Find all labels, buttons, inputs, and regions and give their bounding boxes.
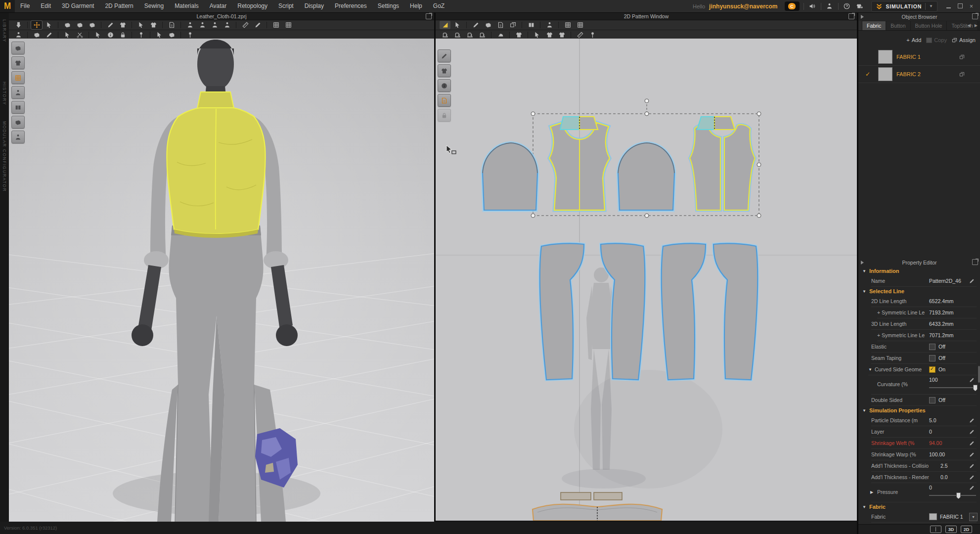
polygon-tool[interactable] [483, 21, 493, 29]
curvature-slider[interactable] [929, 387, 976, 388]
sound-button[interactable] [808, 2, 817, 11]
3d-view-button[interactable]: 3D [945, 526, 957, 533]
profile-button[interactable] [825, 2, 834, 11]
export-snapshot-tool[interactable] [166, 21, 177, 29]
rectangle-tool[interactable] [495, 21, 506, 29]
wrench-icon[interactable] [969, 429, 975, 435]
pattern-piece-waistband-right[interactable] [594, 492, 622, 500]
split-view-button[interactable] [930, 526, 941, 533]
hide-pattern-tool[interactable] [544, 31, 555, 39]
render-style-button[interactable] [11, 42, 25, 54]
wind-grid-tool[interactable] [270, 21, 281, 29]
activate-pattern-tool[interactable] [556, 31, 567, 39]
tab-fabric[interactable]: Fabric [862, 21, 886, 30]
popout-icon[interactable] [972, 13, 978, 19]
fabric-swatch[interactable] [878, 67, 892, 81]
button-tool[interactable] [105, 31, 116, 39]
avatar-measure-tool[interactable] [222, 21, 232, 29]
project-tab[interactable]: Leather_Cloth-01.zprj [197, 13, 247, 19]
select-mesh-tool[interactable] [44, 21, 54, 29]
pin-garment-tool[interactable] [117, 21, 128, 29]
property-value[interactable]: 94.00 [929, 440, 942, 446]
collapse-icon[interactable]: ▶ [870, 490, 873, 494]
pattern-piece-sleeve-right[interactable] [618, 143, 674, 210]
mode-selector[interactable]: SIMULATION ▼ [871, 1, 937, 12]
close-button[interactable]: × [970, 3, 973, 9]
collapse-icon[interactable]: ▼ [868, 367, 872, 372]
pattern-piece-collar-left[interactable] [560, 117, 598, 130]
avatar-display-button[interactable] [11, 131, 25, 143]
section-simulation-properties[interactable]: ▼ Simulation Properties [858, 406, 980, 415]
edit-pattern-tool[interactable] [452, 21, 463, 29]
collapse-arrow-icon[interactable] [861, 15, 864, 19]
2d-pattern-viewport[interactable] [436, 39, 857, 521]
slider-thumb[interactable] [956, 492, 961, 499]
show-garment-button[interactable] [11, 56, 25, 69]
grading-tool[interactable] [562, 21, 573, 29]
mn-sewing-tool[interactable] [464, 31, 475, 39]
elastic-checkbox[interactable] [929, 344, 935, 350]
fitting-suit-tool[interactable] [184, 31, 195, 39]
wrench-icon[interactable] [969, 475, 975, 480]
wrench-icon[interactable] [969, 485, 975, 490]
dock-tab-history[interactable]: HISTORY [2, 82, 7, 105]
show-avatar-2d-tool[interactable] [544, 21, 555, 29]
edit-pencil-icon[interactable] [969, 278, 975, 284]
property-value[interactable]: 0 [929, 485, 932, 490]
menu-settings[interactable]: Settings [372, 0, 404, 12]
section-fabric[interactable]: ▼ Fabric [858, 502, 980, 511]
edit-sewing-tool[interactable] [148, 21, 159, 29]
menu-goz[interactable]: GoZ [428, 0, 450, 12]
cut-sew-tool[interactable] [74, 31, 85, 39]
fold-3d-tool[interactable] [532, 31, 542, 39]
buttonhole-tool[interactable] [117, 31, 128, 39]
menu-help[interactable]: Help [404, 0, 428, 12]
curved-side-checkbox[interactable] [929, 366, 935, 373]
menu-preferences[interactable]: Preferences [329, 0, 372, 12]
slider-thumb[interactable] [973, 385, 978, 391]
simulate-tool[interactable] [13, 21, 24, 29]
show-garment-2d-button[interactable] [438, 64, 451, 77]
section-selected-line[interactable]: ▼ Selected Line [858, 287, 980, 296]
fabric-dropdown[interactable]: ▼ [969, 513, 978, 521]
section-information[interactable]: ▼ Information [858, 267, 980, 275]
menu-script[interactable]: Script [273, 0, 299, 12]
flatten-tool[interactable] [31, 31, 42, 39]
pattern-piece-collar-right[interactable] [697, 117, 735, 130]
dart-tool[interactable] [507, 21, 518, 29]
account-email[interactable]: jinhyunsuck@navercom [709, 3, 777, 10]
add-fabric-button[interactable]: +Add [906, 37, 921, 43]
menu-sewing[interactable]: Sewing [139, 0, 169, 12]
select-button-tool[interactable] [92, 31, 103, 39]
show-avatar-tool[interactable] [184, 21, 195, 29]
tab-button-hole[interactable]: Button Hole [911, 21, 947, 30]
seam-taping-checkbox[interactable] [929, 355, 935, 361]
tab-button[interactable]: Button [886, 21, 910, 30]
menu-avatar[interactable]: Avatar [204, 0, 232, 12]
move-garment-tool[interactable] [74, 21, 85, 29]
fabric-list-item-2[interactable]: ✓ FABRIC 2 [858, 66, 980, 83]
show-stitches-button[interactable] [438, 49, 451, 62]
section-collapse-icon[interactable]: ▼ [862, 269, 866, 273]
segment-sewing-tool[interactable] [440, 31, 450, 39]
chevron-down-icon[interactable]: ▼ [929, 4, 933, 8]
edit-sewing-2d-tool[interactable] [477, 31, 488, 39]
free-sewing-tool[interactable] [452, 31, 463, 39]
transform-pattern-tool[interactable] [440, 21, 450, 29]
2d-view-button[interactable]: 2D [961, 526, 972, 533]
fabric-name[interactable]: FABRIC 2 [896, 71, 921, 77]
help-button[interactable] [843, 2, 851, 11]
reset-arrangement-tool[interactable] [87, 21, 97, 29]
property-value[interactable]: 0.0 [940, 474, 948, 480]
fabric-swatch[interactable] [878, 50, 892, 64]
library-book-button[interactable] [11, 101, 25, 114]
popout-icon[interactable] [426, 13, 432, 19]
menu-edit[interactable]: Edit [35, 0, 56, 12]
avatar-tape-tool[interactable] [197, 21, 208, 29]
pin-tool[interactable] [105, 21, 116, 29]
measure-2d-tool[interactable] [575, 31, 585, 39]
property-value[interactable]: 100.00 [929, 451, 945, 457]
property-value[interactable]: 7071.2mm [929, 332, 954, 338]
property-value[interactable]: FABRIC 1 [940, 514, 963, 520]
menu-3d-garment[interactable]: 3D Garment [56, 0, 99, 12]
